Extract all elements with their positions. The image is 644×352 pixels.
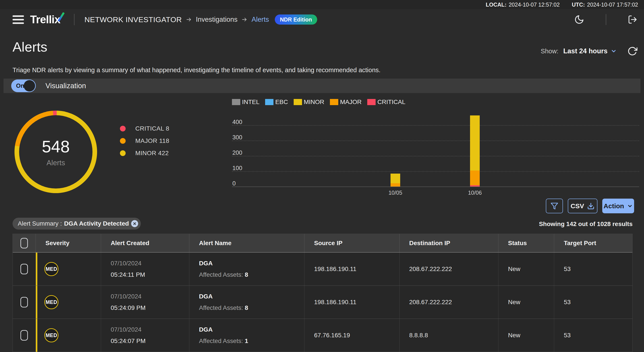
results-summary: Showing 142 out of 1028 results — [539, 221, 632, 228]
header-divider — [74, 14, 74, 25]
hamburger-menu-icon[interactable] — [12, 15, 24, 24]
alert-created-time: 05:24:11 PM — [111, 271, 189, 278]
total-alerts-label: Alerts — [46, 159, 65, 167]
alert-name: DGA — [199, 326, 304, 333]
dark-mode-moon-icon[interactable] — [574, 14, 584, 24]
affected-assets: Affected Assets:1 — [199, 338, 304, 345]
breadcrumb-alerts[interactable]: Alerts — [252, 15, 269, 23]
gridline-400 — [232, 125, 639, 126]
legend-dot-icon — [120, 150, 126, 156]
affected-assets: Affected Assets:8 — [199, 304, 304, 311]
header-actions — [574, 14, 641, 25]
bar-segment-10/06-major — [470, 171, 480, 185]
action-button[interactable]: Action — [602, 199, 634, 213]
alert-name: DGA — [199, 293, 304, 300]
severity-cell: MED — [36, 319, 101, 352]
status-cell: New — [498, 286, 554, 319]
y-axis-tick-label: 200 — [232, 149, 242, 156]
local-time-label: LOCAL: — [486, 1, 506, 8]
select-all-checkbox[interactable] — [20, 238, 28, 248]
time-range-controls: Show: Last 24 hours — [541, 46, 638, 56]
network-investigator-screen: LOCAL:2024-10-07 12:57:02 UTC:2024-10-07… — [0, 0, 644, 352]
legend-swatch-icon — [232, 99, 240, 105]
x-axis-tick-label: 10/06 — [460, 190, 490, 196]
column-header-alert-name[interactable]: Alert Name — [189, 234, 304, 252]
refresh-icon[interactable] — [627, 46, 638, 56]
severity-stripe — [36, 286, 37, 319]
gridline-0 — [232, 187, 639, 187]
y-axis-tick-label: 0 — [232, 180, 236, 187]
breadcrumb-arrow-icon — [186, 16, 192, 22]
ndr-edition-badge: NDR Edition — [275, 14, 318, 24]
chevron-down-icon — [610, 48, 617, 54]
breadcrumb-investigations[interactable]: Investigations — [196, 15, 238, 23]
row-select-cell — [13, 286, 36, 319]
severity-badge: MED — [44, 262, 58, 276]
download-icon — [587, 202, 594, 210]
page-description: Triage NDR alerts by viewing a summary o… — [12, 66, 380, 74]
bar-segment-10/06-critical — [470, 185, 480, 187]
bar-legend-item: MAJOR — [330, 98, 362, 106]
table-row[interactable]: MED07/10/202405:24:09 PMDGAAffected Asse… — [13, 286, 632, 319]
filter-button[interactable] — [546, 199, 563, 213]
gridline-300 — [232, 140, 639, 141]
action-label: Action — [604, 202, 624, 210]
destination-ip-cell: 208.67.222.222 — [400, 286, 498, 319]
table-row[interactable]: MED07/10/202405:24:11 PMDGAAffected Asse… — [13, 253, 632, 286]
legend-swatch-icon — [330, 99, 338, 105]
gridline-100 — [232, 171, 639, 172]
donut-legend-item: MAJOR 118 — [120, 137, 169, 144]
target-port-cell: 53 — [554, 253, 633, 286]
column-header-alert-created[interactable]: Alert Created — [101, 234, 189, 252]
bar-legend-label: MAJOR — [340, 98, 362, 106]
logout-icon[interactable] — [628, 15, 638, 24]
utility-bar: LOCAL:2024-10-07 12:57:02 UTC:2024-10-07… — [0, 0, 644, 9]
app-name: NETWORK INVESTIGATOR — [84, 15, 182, 24]
severity-cell: MED — [36, 286, 101, 319]
y-axis-tick-label: 400 — [232, 118, 242, 125]
bar-segment-10/05-major — [390, 183, 400, 187]
legend-dot-icon — [120, 126, 126, 131]
visualization-toggle[interactable]: On — [11, 79, 36, 92]
utc-time-value: 2024-10-07 17:57:02 — [587, 1, 638, 8]
severity-cell: MED — [36, 253, 101, 286]
bar-segment-10/06-minor — [470, 115, 480, 171]
severity-badge: MED — [44, 328, 58, 342]
local-time-value: 2024-10-07 12:57:02 — [509, 1, 560, 8]
select-all-header-cell — [13, 234, 36, 252]
target-port-cell: 53 — [554, 319, 633, 352]
utc-time: UTC:2024-10-07 17:57:02 — [572, 1, 638, 8]
alert-name: DGA — [199, 260, 304, 267]
x-axis-tick-label: 10/05 — [380, 190, 411, 196]
filter-chip-label: Alert Summary : — [18, 220, 62, 227]
destination-ip-cell: 8.8.8.8 — [400, 319, 498, 352]
table-row[interactable]: MED07/10/202405:24:07 PMDGAAffected Asse… — [13, 319, 632, 352]
row-checkbox[interactable] — [20, 330, 28, 341]
time-range-dropdown[interactable]: Last 24 hours — [563, 47, 617, 55]
alert-created-date: 07/10/2024 — [111, 326, 189, 333]
row-checkbox[interactable] — [20, 264, 28, 274]
column-header-destination-ip[interactable]: Destination IP — [400, 234, 498, 252]
legend-swatch-icon — [294, 99, 302, 105]
alert-created-date: 07/10/2024 — [111, 260, 189, 267]
bar-chart-legend: INTELEBCMINORMAJORCRITICAL — [232, 98, 406, 106]
column-header-status[interactable]: Status — [498, 234, 554, 252]
alerts-table: SeverityAlert CreatedAlert NameSource IP… — [12, 234, 632, 352]
bar-legend-item: CRITICAL — [367, 98, 406, 106]
status-cell: New — [498, 253, 554, 286]
visualization-label: Visualization — [46, 82, 86, 90]
table-header-row: SeverityAlert CreatedAlert NameSource IP… — [13, 234, 632, 253]
column-header-source-ip[interactable]: Source IP — [304, 234, 400, 252]
alert-created-cell: 07/10/202405:24:11 PM — [101, 253, 189, 286]
row-select-cell — [13, 253, 36, 286]
csv-label: CSV — [571, 202, 584, 210]
row-select-cell — [13, 319, 36, 352]
column-header-target-port[interactable]: Target Port — [554, 234, 633, 252]
csv-export-button[interactable]: CSV — [568, 199, 598, 213]
column-header-severity[interactable]: Severity — [36, 234, 101, 252]
donut-legend: CRITICAL 8MAJOR 118MINOR 422 — [120, 125, 169, 157]
alert-created-cell: 07/10/202405:24:09 PM — [101, 286, 189, 319]
row-checkbox[interactable] — [20, 297, 28, 308]
remove-filter-icon[interactable] — [131, 220, 138, 227]
alert-name-cell: DGAAffected Assets:8 — [189, 286, 304, 319]
